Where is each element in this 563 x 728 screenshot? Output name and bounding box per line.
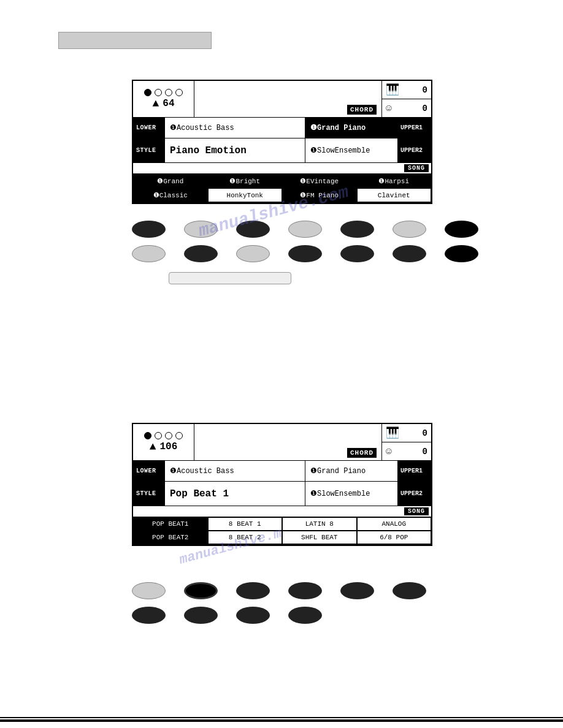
btn-68pop[interactable]: 6/8 POP [357,531,432,544]
dot-3 [165,89,172,96]
oval-btn-p2-9[interactable] [236,607,270,624]
oval-btn-p2-4[interactable] [288,582,322,599]
dots-row-2 [144,432,183,439]
oval-btn-p2-7[interactable] [132,607,166,624]
header-center-2: CHORD [194,424,382,460]
lower-voice-1: ❶Acoustic Bass [165,118,305,138]
chord-label-1: CHORD [347,105,377,115]
upper2-voice-2: ❶SlowEnsemble [305,482,397,506]
btn-row-2a [132,582,426,599]
upper2-label-1: UPPER2 [397,138,431,162]
btn-grand[interactable]: ❶Grand [133,174,208,188]
lower-row-1: LOWER ❶Acoustic Bass ❶Grand Piano UPPER1 [133,118,431,138]
header-left-1: ▲ 64 [133,81,194,117]
dot-4 [175,89,183,96]
slider-track-1[interactable] [169,272,291,284]
header-face-row-2: ☺ 0 [382,442,431,460]
header-right-2: 🎹 0 ☺ 0 [382,424,431,460]
lower-row-2: LOWER ❶Acoustic Bass ❶Grand Piano UPPER1 [133,461,431,482]
tempo-row-2: ▲ 106 [150,441,178,453]
header-row-2: ▲ 106 CHORD 🎹 0 ☺ 0 [133,424,431,461]
upper1-label-1: UPPER1 [397,118,431,138]
dots-row-1 [144,89,183,96]
oval-btn-p2-8[interactable] [184,607,218,624]
btn-latin8[interactable]: LATIN 8 [282,517,357,531]
physical-buttons-1 [132,221,478,284]
oval-btn-5[interactable] [340,221,374,238]
btn-row-2b [132,607,426,624]
oval-btn-7[interactable] [445,221,478,238]
header-row-1: ▲ 64 CHORD 🎹 0 ☺ 0 [133,81,431,118]
oval-btn-8[interactable] [132,245,166,262]
lower-label-2: LOWER [133,461,165,481]
panel-2: ▲ 106 CHORD 🎹 0 ☺ 0 LOWER ❶Acoustic Bass… [132,423,432,546]
top-bar [58,32,212,49]
song-row-1: SONG [133,163,431,174]
upper1-voice-2: ❶Grand Piano [305,461,397,481]
dot-5 [144,432,151,439]
btn-popbeat1[interactable]: POP BEAT1 [133,517,208,531]
btn-honkytonk[interactable]: HonkyTonk [208,188,283,202]
btn-row-1b [132,245,478,262]
piano-icon-1: 🎹 [386,85,399,96]
oval-btn-6[interactable] [393,221,426,238]
btn-bright[interactable]: ❶Bright [208,174,283,188]
btn-8beat1[interactable]: 8 BEAT 1 [208,517,283,531]
header-left-2: ▲ 106 [133,424,194,460]
panel-1: ▲ 64 CHORD 🎹 0 ☺ 0 LOWER ❶Acoustic Bass … [132,80,432,204]
btn-clavinet[interactable]: Clavinet [357,188,432,202]
btn-harpsi[interactable]: ❶Harpsi [357,174,432,188]
metronome-icon-2: ▲ [150,441,156,453]
oval-btn-3[interactable] [236,221,270,238]
oval-btn-p2-10[interactable] [288,607,322,624]
oval-btn-14[interactable] [445,245,478,262]
oval-btn-11[interactable] [288,245,322,262]
header-piano-row-1: 🎹 0 [382,81,431,99]
oval-btn-13[interactable] [393,245,426,262]
slider-area-1 [132,272,478,284]
oval-btn-2[interactable] [184,221,218,238]
btn-grid-1: ❶Grand ❶Bright ❶EVintage ❶Harpsi ❶Classi… [133,174,431,203]
chord-label-2: CHORD [347,448,377,458]
btn-popbeat2[interactable]: POP BEAT2 [133,531,208,544]
upper1-voice-1: ❶Grand Piano [305,118,397,138]
oval-btn-12[interactable] [340,245,374,262]
oval-btn-p2-5[interactable] [340,582,374,599]
btn-fmpiano[interactable]: ❶FM Piano [282,188,357,202]
upper2-voice-1: ❶SlowEnsemble [305,138,397,162]
oval-btn-1[interactable] [132,221,166,238]
bottom-line-2 [0,717,563,718]
header-face-row-1: ☺ 0 [382,99,431,117]
tempo-value-2: 106 [160,441,178,452]
style-label-2: STYLE [133,482,165,506]
header-piano-row-2: 🎹 0 [382,424,431,442]
oval-btn-p2-3[interactable] [236,582,270,599]
btn-grid-2: POP BEAT1 8 BEAT 1 LATIN 8 ANALOG POP BE… [133,517,431,545]
style-name-1: Piano Emotion [165,138,305,162]
oval-btn-p2-1[interactable] [132,582,166,599]
piano-value-1: 0 [423,85,427,95]
lower-voice-2: ❶Acoustic Bass [165,461,305,481]
tempo-row-1: ▲ 64 [152,97,174,110]
header-center-1: CHORD [194,81,382,117]
btn-shflbeat[interactable]: SHFL BEAT [282,531,357,544]
oval-btn-p2-2[interactable] [184,582,218,599]
song-label-1: SONG [404,164,429,172]
dot-2 [155,89,162,96]
btn-analog[interactable]: ANALOG [357,517,432,531]
style-label-1: STYLE [133,138,165,162]
oval-btn-4[interactable] [288,221,322,238]
dot-7 [165,432,172,439]
btn-8beat2[interactable]: 8 BEAT 2 [208,531,283,544]
dot-8 [175,432,183,439]
piano-icon-2: 🎹 [386,428,399,439]
btn-classic[interactable]: ❶Classic [133,188,208,202]
oval-btn-p2-6[interactable] [393,582,426,599]
song-label-2: SONG [404,507,429,515]
oval-btn-9[interactable] [184,245,218,262]
oval-btn-10[interactable] [236,245,270,262]
face-value-1: 0 [423,104,427,113]
lower-label-1: LOWER [133,118,165,138]
song-row-2: SONG [133,506,431,517]
btn-evintage[interactable]: ❶EVintage [282,174,357,188]
